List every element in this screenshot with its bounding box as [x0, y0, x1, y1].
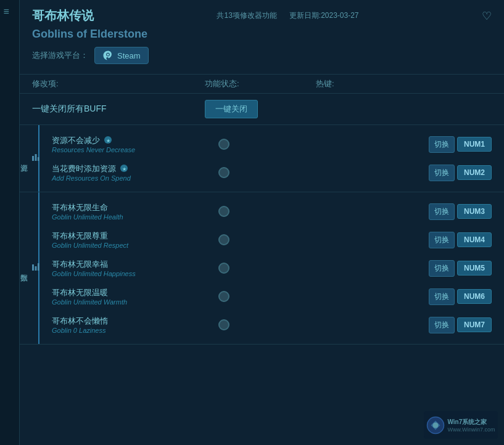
svg-rect-7 — [32, 264, 34, 271]
hotkey-toggle-button[interactable]: 切换 — [429, 232, 455, 248]
global-mod-name: 一键关闭所有BUFF — [32, 104, 205, 115]
svg-rect-0 — [32, 156, 34, 161]
mod-name-cn: 当花费时添加资源★ — [52, 163, 212, 174]
table-row: 哥布林无限尊重Goblin Unlimited Respect切换NUM4 — [39, 226, 504, 254]
hotkey-group: 切换NUM1 — [429, 136, 492, 153]
column-headers: 修改项: 功能状态: 热键: — [20, 75, 504, 94]
hotkey-toggle-button[interactable]: 切换 — [429, 203, 455, 220]
mod-name-en: Goblin Unlimited Warmth — [52, 298, 212, 306]
table-row: 资源不会减少★Resources Never Decrease切换NUM1 — [39, 130, 504, 158]
steam-label: Steam — [117, 51, 141, 60]
game-title-en: Goblins of Elderstone — [32, 28, 492, 41]
toggle-circle[interactable] — [218, 167, 229, 178]
mod-name-col: 当花费时添加资源★Add Resources On Spend — [52, 163, 212, 182]
mod-name-cn: 哥布林无限幸福 — [52, 259, 212, 270]
mod-name-cn: 哥布林无限温暖 — [52, 287, 212, 298]
status-col — [212, 139, 323, 150]
header: 哥布林传说 共13项修改器功能 更新日期:2023-03-27 ♡ Goblin… — [20, 0, 504, 75]
section-label-resources: 资源 — [20, 125, 39, 192]
section-items-resources: 资源不会减少★Resources Never Decrease切换NUM1当花费… — [39, 125, 504, 192]
toggle-circle[interactable] — [218, 291, 229, 302]
mod-name-col: 哥布林无限生命Goblin Unlimited Health — [52, 202, 212, 221]
hotkey-group: 切换NUM2 — [429, 165, 492, 181]
status-col — [212, 167, 323, 178]
mod-name-col: 哥布林无限温暖Goblin Unlimited Warmth — [52, 287, 212, 306]
table-row: 哥布林无限温暖Goblin Unlimited Warmth切换NUM6 — [39, 282, 504, 311]
section-resources: 资源资源不会减少★Resources Never Decrease切换NUM1当… — [20, 125, 504, 192]
platform-label: 选择游戏平台： — [32, 50, 88, 61]
hotkey-group: 切换NUM3 — [429, 203, 492, 220]
game-title-cn: 哥布林传说 — [32, 7, 94, 24]
heart-icon[interactable]: ♡ — [482, 9, 492, 23]
hotkey-num-button[interactable]: NUM2 — [457, 165, 492, 180]
mod-name-col: 哥布林无限幸福Goblin Unlimited Happiness — [52, 259, 212, 277]
hotkey-group: 切换NUM6 — [429, 288, 492, 305]
watermark-line1: Win7系统之家 — [447, 418, 495, 427]
sections-container: 资源资源不会减少★Resources Never Decrease切换NUM1当… — [20, 125, 504, 445]
mod-name-en: Goblin Unlimited Respect — [52, 242, 212, 249]
table-row: 哥布林无限生命Goblin Unlimited Health切换NUM3 — [39, 197, 504, 226]
toggle-circle[interactable] — [218, 139, 229, 150]
mod-name-cn: 哥布林无限生命 — [52, 202, 212, 213]
star-badge: ★ — [120, 164, 128, 174]
hotkey-num-button[interactable]: NUM3 — [457, 204, 492, 219]
header-meta: 共13项修改器功能 更新日期:2023-03-27 — [106, 10, 469, 21]
status-col — [212, 206, 323, 217]
mod-name-en: Goblin Unlimited Happiness — [52, 270, 212, 277]
toggle-circle[interactable] — [218, 206, 229, 217]
global-toggle-button[interactable]: 一键关闭 — [205, 100, 258, 118]
svg-point-11 — [433, 422, 439, 428]
mod-count: 共13项修改器功能 — [217, 10, 276, 21]
col-header-mod: 修改项: — [32, 78, 205, 89]
mod-name-en: Goblin Unlimited Health — [52, 213, 212, 221]
section-data: 数据哥布林无限生命Goblin Unlimited Health切换NUM3哥布… — [20, 192, 504, 345]
sidebar-icon-1: ≡ — [4, 6, 16, 18]
hotkey-toggle-button[interactable]: 切换 — [429, 317, 455, 333]
toggle-circle[interactable] — [218, 319, 229, 330]
mod-name-col: 哥布林无限尊重Goblin Unlimited Respect — [52, 231, 212, 249]
toggle-circle[interactable] — [218, 234, 229, 245]
hotkey-num-button[interactable]: NUM1 — [457, 137, 492, 152]
main-content: 哥布林传说 共13项修改器功能 更新日期:2023-03-27 ♡ Goblin… — [20, 0, 504, 445]
status-col — [212, 234, 323, 245]
col-header-status: 功能状态: — [205, 78, 316, 89]
hotkey-num-button[interactable]: NUM4 — [457, 232, 492, 247]
table-row: 当花费时添加资源★Add Resources On Spend切换NUM2 — [39, 158, 504, 187]
mod-name-en: Goblin 0 Laziness — [52, 327, 212, 334]
watermark: Win7系统之家 Www.Winwin7.com — [424, 411, 498, 439]
star-badge: ★ — [104, 136, 112, 146]
hotkey-num-button[interactable]: NUM6 — [457, 289, 492, 304]
mod-name-col: 资源不会减少★Resources Never Decrease — [52, 135, 212, 153]
mod-name-cn: 哥布林不会懒惰 — [52, 316, 212, 327]
global-toggle-row: 一键关闭所有BUFF 一键关闭 — [20, 94, 504, 125]
section-label-data: 数据 — [20, 192, 39, 344]
svg-rect-1 — [35, 154, 36, 161]
steam-platform-button[interactable]: Steam — [94, 47, 149, 64]
watermark-logo-icon — [426, 416, 445, 435]
toggle-circle[interactable] — [218, 263, 229, 274]
status-col — [212, 319, 323, 330]
table-row: 哥布林无限幸福Goblin Unlimited Happiness切换NUM5 — [39, 254, 504, 282]
mod-name-col: 哥布林不会懒惰Goblin 0 Laziness — [52, 316, 212, 334]
svg-text:★: ★ — [106, 138, 110, 144]
mod-name-cn: 哥布林无限尊重 — [52, 231, 212, 242]
hotkey-toggle-button[interactable]: 切换 — [429, 165, 455, 181]
hotkey-group: 切换NUM7 — [429, 317, 492, 333]
hotkey-toggle-button[interactable]: 切换 — [429, 136, 455, 153]
hotkey-toggle-button[interactable]: 切换 — [429, 288, 455, 305]
update-date: 更新日期:2023-03-27 — [289, 10, 359, 21]
hotkey-num-button[interactable]: NUM5 — [457, 261, 492, 276]
section-items-data: 哥布林无限生命Goblin Unlimited Health切换NUM3哥布林无… — [39, 192, 504, 344]
col-header-hotkey: 热键: — [316, 78, 492, 89]
hotkey-num-button[interactable]: NUM7 — [457, 317, 492, 332]
mod-name-en: Add Resources On Spend — [52, 174, 212, 182]
steam-icon — [102, 50, 114, 61]
table-row: 哥布林不会懒惰Goblin 0 Laziness切换NUM7 — [39, 311, 504, 339]
sidebar: ≡ — [0, 0, 20, 445]
hotkey-group: 切换NUM5 — [429, 260, 492, 277]
hotkey-toggle-button[interactable]: 切换 — [429, 260, 455, 277]
section-icon-resources — [31, 153, 40, 161]
watermark-line2: Www.Winwin7.com — [447, 427, 495, 433]
status-col — [212, 291, 323, 302]
status-col — [212, 263, 323, 274]
